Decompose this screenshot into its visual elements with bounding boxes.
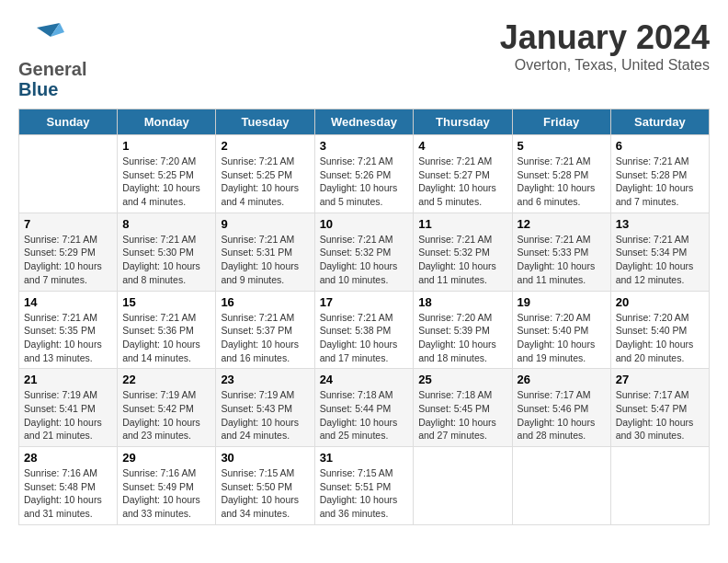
day-info: Sunrise: 7:20 AM Sunset: 5:25 PM Dayligh… xyxy=(122,155,210,209)
day-number: 19 xyxy=(518,295,606,309)
calendar-cell xyxy=(19,135,118,213)
header-cell-sunday: Sunday xyxy=(19,109,118,135)
header-row: SundayMondayTuesdayWednesdayThursdayFrid… xyxy=(19,109,710,135)
calendar-table: SundayMondayTuesdayWednesdayThursdayFrid… xyxy=(18,109,710,525)
calendar-cell xyxy=(414,447,512,525)
day-number: 7 xyxy=(24,217,112,231)
day-info: Sunrise: 7:21 AM Sunset: 5:31 PM Dayligh… xyxy=(221,233,309,287)
calendar-cell: 17Sunrise: 7:21 AM Sunset: 5:38 PM Dayli… xyxy=(314,291,414,369)
calendar-cell: 8Sunrise: 7:21 AM Sunset: 5:30 PM Daylig… xyxy=(118,213,216,291)
calendar-cell: 18Sunrise: 7:20 AM Sunset: 5:39 PM Dayli… xyxy=(414,291,512,369)
day-info: Sunrise: 7:18 AM Sunset: 5:44 PM Dayligh… xyxy=(320,388,409,442)
logo: General Blue xyxy=(18,18,86,99)
header-cell-tuesday: Tuesday xyxy=(216,109,314,135)
header-cell-saturday: Saturday xyxy=(610,109,709,135)
day-number: 21 xyxy=(24,373,112,386)
calendar-week-3: 14Sunrise: 7:21 AM Sunset: 5:35 PM Dayli… xyxy=(19,291,710,369)
day-number: 25 xyxy=(418,373,506,386)
day-info: Sunrise: 7:21 AM Sunset: 5:26 PM Dayligh… xyxy=(320,155,409,209)
calendar-cell: 16Sunrise: 7:21 AM Sunset: 5:37 PM Dayli… xyxy=(216,291,314,369)
header-cell-thursday: Thursday xyxy=(414,109,512,135)
calendar-cell: 24Sunrise: 7:18 AM Sunset: 5:44 PM Dayli… xyxy=(314,369,414,447)
day-number: 27 xyxy=(616,373,704,386)
title-block: January 2024 Overton, Texas, United Stat… xyxy=(500,18,710,74)
day-info: Sunrise: 7:21 AM Sunset: 5:33 PM Dayligh… xyxy=(518,233,606,287)
calendar-week-5: 28Sunrise: 7:16 AM Sunset: 5:48 PM Dayli… xyxy=(19,447,710,525)
day-number: 2 xyxy=(221,139,309,153)
day-info: Sunrise: 7:21 AM Sunset: 5:30 PM Dayligh… xyxy=(122,233,210,287)
calendar-cell: 31Sunrise: 7:15 AM Sunset: 5:51 PM Dayli… xyxy=(314,447,414,525)
calendar-cell: 9Sunrise: 7:21 AM Sunset: 5:31 PM Daylig… xyxy=(216,213,314,291)
calendar-cell: 25Sunrise: 7:18 AM Sunset: 5:45 PM Dayli… xyxy=(414,369,512,447)
calendar-cell xyxy=(512,447,610,525)
day-number: 10 xyxy=(320,217,409,231)
logo-icon xyxy=(18,18,64,55)
day-number: 9 xyxy=(221,217,309,231)
day-number: 18 xyxy=(418,295,506,309)
day-number: 23 xyxy=(221,373,309,386)
day-number: 6 xyxy=(616,139,704,153)
calendar-cell: 29Sunrise: 7:16 AM Sunset: 5:49 PM Dayli… xyxy=(118,447,216,525)
day-info: Sunrise: 7:18 AM Sunset: 5:45 PM Dayligh… xyxy=(418,388,506,442)
calendar-cell: 3Sunrise: 7:21 AM Sunset: 5:26 PM Daylig… xyxy=(314,135,414,213)
day-info: Sunrise: 7:21 AM Sunset: 5:29 PM Dayligh… xyxy=(24,233,112,287)
calendar-cell: 14Sunrise: 7:21 AM Sunset: 5:35 PM Dayli… xyxy=(19,291,118,369)
day-info: Sunrise: 7:19 AM Sunset: 5:42 PM Dayligh… xyxy=(122,388,210,442)
calendar-cell: 4Sunrise: 7:21 AM Sunset: 5:27 PM Daylig… xyxy=(414,135,512,213)
calendar-cell: 2Sunrise: 7:21 AM Sunset: 5:25 PM Daylig… xyxy=(216,135,314,213)
calendar-cell: 19Sunrise: 7:20 AM Sunset: 5:40 PM Dayli… xyxy=(512,291,610,369)
calendar-week-2: 7Sunrise: 7:21 AM Sunset: 5:29 PM Daylig… xyxy=(19,213,710,291)
day-number: 15 xyxy=(122,295,210,309)
logo-general: General xyxy=(18,59,86,79)
header-cell-monday: Monday xyxy=(118,109,216,135)
day-number: 3 xyxy=(320,139,409,153)
day-info: Sunrise: 7:19 AM Sunset: 5:41 PM Dayligh… xyxy=(24,388,112,442)
day-info: Sunrise: 7:20 AM Sunset: 5:40 PM Dayligh… xyxy=(616,311,704,365)
day-info: Sunrise: 7:17 AM Sunset: 5:47 PM Dayligh… xyxy=(616,388,704,442)
calendar-week-4: 21Sunrise: 7:19 AM Sunset: 5:41 PM Dayli… xyxy=(19,369,710,447)
calendar-cell xyxy=(610,447,709,525)
day-info: Sunrise: 7:21 AM Sunset: 5:28 PM Dayligh… xyxy=(518,155,606,209)
day-info: Sunrise: 7:21 AM Sunset: 5:35 PM Dayligh… xyxy=(24,311,112,365)
day-info: Sunrise: 7:21 AM Sunset: 5:27 PM Dayligh… xyxy=(418,155,506,209)
day-info: Sunrise: 7:15 AM Sunset: 5:50 PM Dayligh… xyxy=(221,466,309,521)
day-number: 4 xyxy=(418,139,506,153)
day-info: Sunrise: 7:17 AM Sunset: 5:46 PM Dayligh… xyxy=(518,388,606,442)
day-number: 14 xyxy=(24,295,112,309)
calendar-cell: 20Sunrise: 7:20 AM Sunset: 5:40 PM Dayli… xyxy=(610,291,709,369)
calendar-cell: 5Sunrise: 7:21 AM Sunset: 5:28 PM Daylig… xyxy=(512,135,610,213)
day-info: Sunrise: 7:21 AM Sunset: 5:34 PM Dayligh… xyxy=(616,233,704,287)
logo-blue: Blue xyxy=(18,79,58,99)
calendar-cell: 6Sunrise: 7:21 AM Sunset: 5:28 PM Daylig… xyxy=(610,135,709,213)
calendar-cell: 23Sunrise: 7:19 AM Sunset: 5:43 PM Dayli… xyxy=(216,369,314,447)
day-info: Sunrise: 7:16 AM Sunset: 5:48 PM Dayligh… xyxy=(24,466,112,521)
day-info: Sunrise: 7:15 AM Sunset: 5:51 PM Dayligh… xyxy=(320,466,409,521)
calendar-cell: 11Sunrise: 7:21 AM Sunset: 5:32 PM Dayli… xyxy=(414,213,512,291)
calendar-cell: 10Sunrise: 7:21 AM Sunset: 5:32 PM Dayli… xyxy=(314,213,414,291)
day-number: 13 xyxy=(616,217,704,231)
page-header: General Blue January 2024 Overton, Texas… xyxy=(18,18,710,99)
calendar-cell: 26Sunrise: 7:17 AM Sunset: 5:46 PM Dayli… xyxy=(512,369,610,447)
calendar-cell: 7Sunrise: 7:21 AM Sunset: 5:29 PM Daylig… xyxy=(19,213,118,291)
day-number: 26 xyxy=(518,373,606,386)
day-number: 17 xyxy=(320,295,409,309)
day-number: 20 xyxy=(616,295,704,309)
day-info: Sunrise: 7:20 AM Sunset: 5:40 PM Dayligh… xyxy=(518,311,606,365)
day-number: 5 xyxy=(518,139,606,153)
day-number: 29 xyxy=(122,451,210,465)
calendar-cell: 27Sunrise: 7:17 AM Sunset: 5:47 PM Dayli… xyxy=(610,369,709,447)
day-info: Sunrise: 7:21 AM Sunset: 5:37 PM Dayligh… xyxy=(221,311,309,365)
day-info: Sunrise: 7:21 AM Sunset: 5:25 PM Dayligh… xyxy=(221,155,309,209)
day-number: 8 xyxy=(122,217,210,231)
calendar-subtitle: Overton, Texas, United States xyxy=(500,57,710,74)
day-info: Sunrise: 7:20 AM Sunset: 5:39 PM Dayligh… xyxy=(418,311,506,365)
calendar-cell: 15Sunrise: 7:21 AM Sunset: 5:36 PM Dayli… xyxy=(118,291,216,369)
day-info: Sunrise: 7:21 AM Sunset: 5:28 PM Dayligh… xyxy=(616,155,704,209)
day-info: Sunrise: 7:21 AM Sunset: 5:36 PM Dayligh… xyxy=(122,311,210,365)
calendar-cell: 22Sunrise: 7:19 AM Sunset: 5:42 PM Dayli… xyxy=(118,369,216,447)
day-number: 30 xyxy=(221,451,309,465)
day-info: Sunrise: 7:21 AM Sunset: 5:32 PM Dayligh… xyxy=(418,233,506,287)
day-info: Sunrise: 7:21 AM Sunset: 5:32 PM Dayligh… xyxy=(320,233,409,287)
calendar-cell: 21Sunrise: 7:19 AM Sunset: 5:41 PM Dayli… xyxy=(19,369,118,447)
header-cell-wednesday: Wednesday xyxy=(314,109,414,135)
